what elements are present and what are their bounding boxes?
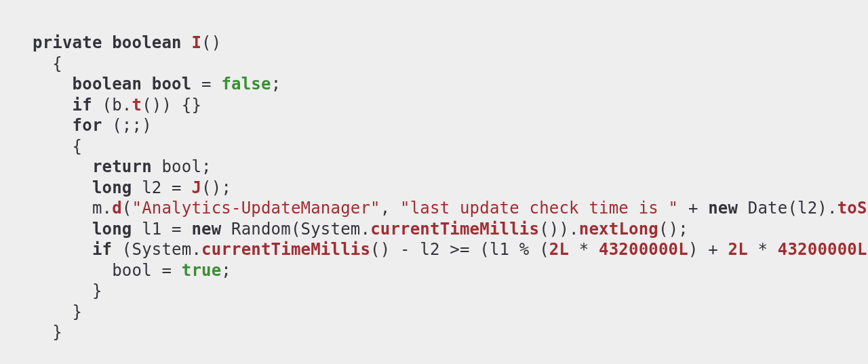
code-token: 2L	[728, 240, 748, 259]
code-token: l1 =	[132, 220, 192, 239]
code-token: (	[122, 199, 132, 218]
code-token: 43200000L	[778, 240, 867, 259]
code-token: +	[678, 199, 708, 218]
code-token: d	[112, 199, 122, 218]
code-token: bool;	[152, 157, 212, 176]
code-token	[142, 75, 152, 94]
code-token: toStrin	[837, 199, 868, 218]
code-token: long	[92, 220, 132, 239]
code-token: *	[569, 240, 599, 259]
code-token: ();	[201, 178, 231, 197]
code-token: return	[92, 157, 152, 176]
code-token	[33, 116, 73, 135]
code-token: *	[748, 240, 778, 259]
code-token: new	[191, 220, 221, 239]
code-token: ) +	[688, 240, 728, 259]
code-token: bool	[152, 75, 192, 94]
code-token: nextLong	[579, 220, 658, 239]
code-token: private	[33, 33, 102, 52]
code-token: }	[33, 302, 82, 321]
code-token: (b.	[92, 96, 132, 115]
code-token: l2 =	[132, 178, 192, 197]
code-token: boolean	[73, 75, 142, 94]
code-token: new	[708, 199, 738, 218]
code-token: ;	[221, 261, 231, 280]
code-token: t	[132, 96, 142, 115]
code-token: true	[182, 261, 222, 280]
code-token	[33, 157, 92, 176]
code-token	[33, 220, 92, 239]
code-token: boolean	[112, 33, 182, 52]
code-token: () - l2 >= (l1 % (	[370, 240, 549, 259]
code-token: ()	[201, 33, 221, 52]
code-token: if	[73, 96, 92, 115]
code-token: Date(l2).	[738, 199, 837, 218]
code-token: ()).	[539, 220, 579, 239]
code-token: =	[191, 75, 221, 94]
code-token: ();	[658, 220, 688, 239]
code-token	[102, 33, 113, 52]
code-token: ,	[380, 199, 400, 218]
code-block: private boolean I() { boolean bool = fal…	[0, 0, 868, 343]
code-token: }	[33, 323, 62, 342]
code-token: (System.	[112, 240, 201, 259]
code-token: long	[92, 178, 132, 197]
code-token: false	[221, 75, 271, 94]
code-token: bool =	[33, 261, 182, 280]
code-token: }	[33, 281, 102, 300]
code-token: {	[33, 54, 62, 73]
code-token: m.	[33, 199, 112, 218]
code-token	[33, 96, 73, 115]
code-token: ()) {}	[142, 96, 201, 115]
code-token: J	[191, 178, 201, 197]
code-token	[182, 33, 192, 52]
code-token: currentTimeMillis	[370, 220, 539, 239]
code-token: Random(System.	[221, 220, 370, 239]
code-token: I	[191, 33, 201, 52]
code-token: ;	[271, 75, 281, 94]
code-token: (;;)	[102, 116, 152, 135]
code-token: {	[33, 137, 82, 156]
code-token: 2L	[549, 240, 569, 259]
code-token	[33, 75, 73, 94]
code-token: "last update check time is "	[400, 199, 678, 218]
code-token: "Analytics-UpdateManager"	[132, 199, 380, 218]
code-token	[33, 178, 92, 197]
code-token	[33, 240, 92, 259]
code-token: for	[73, 116, 102, 135]
code-token: currentTimeMillis	[201, 240, 370, 259]
code-token: if	[92, 240, 112, 259]
code-token: 43200000L	[599, 240, 688, 259]
